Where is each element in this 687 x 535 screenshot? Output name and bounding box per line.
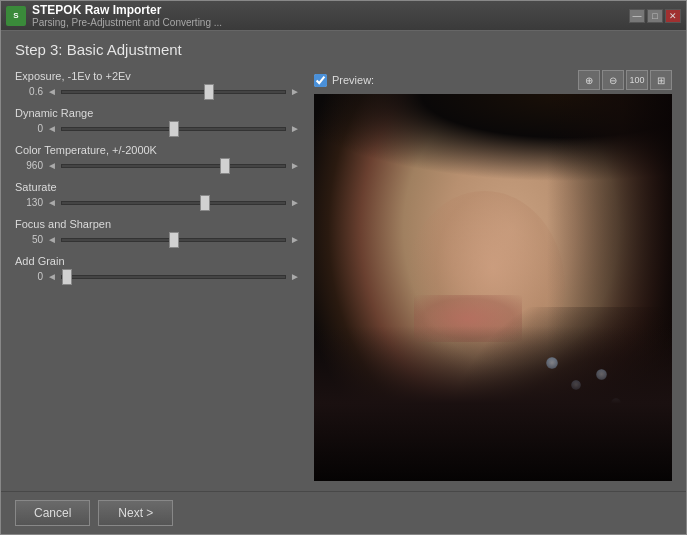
slider-label-focus_sharpen: Focus and Sharpen xyxy=(15,218,300,230)
zoom-in-button[interactable]: ⊕ xyxy=(578,70,600,90)
slider-input-saturate[interactable] xyxy=(61,201,286,205)
slider-right-arrow-add_grain[interactable]: ► xyxy=(290,271,300,282)
slider-row-exposure: 0.6◄► xyxy=(15,86,300,97)
slider-input-exposure[interactable] xyxy=(61,90,286,94)
preview-label-area: Preview: xyxy=(314,74,374,87)
slider-group-dynamic_range: Dynamic Range0◄► xyxy=(15,107,300,134)
footer-bar: Cancel Next > xyxy=(1,491,686,534)
close-button[interactable]: ✕ xyxy=(665,9,681,23)
slider-left-arrow-focus_sharpen[interactable]: ◄ xyxy=(47,234,57,245)
slider-row-saturate: 130◄► xyxy=(15,197,300,208)
sliders-container: Exposure, -1Ev to +2Ev0.6◄►Dynamic Range… xyxy=(15,70,300,282)
slider-label-saturate: Saturate xyxy=(15,181,300,193)
slider-left-arrow-saturate[interactable]: ◄ xyxy=(47,197,57,208)
zoom-out-button[interactable]: ⊖ xyxy=(602,70,624,90)
cancel-button[interactable]: Cancel xyxy=(15,500,90,526)
slider-left-arrow-exposure[interactable]: ◄ xyxy=(47,86,57,97)
slider-value-add_grain: 0 xyxy=(15,271,43,282)
slider-row-color_temp: 960◄► xyxy=(15,160,300,171)
app-logo: S xyxy=(6,6,26,26)
preview-panel: Preview: ⊕ ⊖ 100 ⊞ xyxy=(314,70,672,481)
preview-label: Preview: xyxy=(332,74,374,86)
slider-left-arrow-add_grain[interactable]: ◄ xyxy=(47,271,57,282)
slider-group-color_temp: Color Temperature, +/-2000K960◄► xyxy=(15,144,300,171)
content-area: Exposure, -1Ev to +2Ev0.6◄►Dynamic Range… xyxy=(15,70,672,481)
slider-input-color_temp[interactable] xyxy=(61,164,286,168)
slider-label-dynamic_range: Dynamic Range xyxy=(15,107,300,119)
slider-right-arrow-exposure[interactable]: ► xyxy=(290,86,300,97)
slider-group-add_grain: Add Grain0◄► xyxy=(15,255,300,282)
slider-label-add_grain: Add Grain xyxy=(15,255,300,267)
slider-value-dynamic_range: 0 xyxy=(15,123,43,134)
next-button[interactable]: Next > xyxy=(98,500,173,526)
minimize-button[interactable]: — xyxy=(629,9,645,23)
window-controls: — □ ✕ xyxy=(629,9,681,23)
controls-panel: Exposure, -1Ev to +2Ev0.6◄►Dynamic Range… xyxy=(15,70,300,481)
slider-value-color_temp: 960 xyxy=(15,160,43,171)
slider-value-focus_sharpen: 50 xyxy=(15,234,43,245)
slider-row-focus_sharpen: 50◄► xyxy=(15,234,300,245)
slider-group-focus_sharpen: Focus and Sharpen50◄► xyxy=(15,218,300,245)
slider-row-add_grain: 0◄► xyxy=(15,271,300,282)
preview-checkbox[interactable] xyxy=(314,74,327,87)
slider-group-exposure: Exposure, -1Ev to +2Ev0.6◄► xyxy=(15,70,300,97)
main-window: S STEPOK Raw Importer Parsing, Pre-Adjus… xyxy=(0,0,687,535)
slider-right-arrow-focus_sharpen[interactable]: ► xyxy=(290,234,300,245)
app-title: STEPOK Raw Importer xyxy=(32,3,629,17)
slider-group-saturate: Saturate130◄► xyxy=(15,181,300,208)
slider-right-arrow-saturate[interactable]: ► xyxy=(290,197,300,208)
slider-value-exposure: 0.6 xyxy=(15,86,43,97)
slider-row-dynamic_range: 0◄► xyxy=(15,123,300,134)
portrait-dark-bottom xyxy=(314,326,672,481)
preview-toolbar: ⊕ ⊖ 100 ⊞ xyxy=(578,70,672,90)
slider-label-color_temp: Color Temperature, +/-2000K xyxy=(15,144,300,156)
zoom-100-button[interactable]: 100 xyxy=(626,70,648,90)
slider-label-exposure: Exposure, -1Ev to +2Ev xyxy=(15,70,300,82)
step-title: Step 3: Basic Adjustment xyxy=(15,41,672,58)
main-content: Step 3: Basic Adjustment Exposure, -1Ev … xyxy=(1,31,686,491)
preview-header: Preview: ⊕ ⊖ 100 ⊞ xyxy=(314,70,672,90)
slider-right-arrow-dynamic_range[interactable]: ► xyxy=(290,123,300,134)
preview-image xyxy=(314,94,672,481)
title-bar: S STEPOK Raw Importer Parsing, Pre-Adjus… xyxy=(1,1,686,31)
title-bar-text: STEPOK Raw Importer Parsing, Pre-Adjustm… xyxy=(32,3,629,28)
slider-input-focus_sharpen[interactable] xyxy=(61,238,286,242)
app-subtitle: Parsing, Pre-Adjustment and Converting .… xyxy=(32,17,629,28)
slider-value-saturate: 130 xyxy=(15,197,43,208)
slider-input-dynamic_range[interactable] xyxy=(61,127,286,131)
slider-input-add_grain[interactable] xyxy=(61,275,286,279)
slider-left-arrow-color_temp[interactable]: ◄ xyxy=(47,160,57,171)
slider-right-arrow-color_temp[interactable]: ► xyxy=(290,160,300,171)
fit-button[interactable]: ⊞ xyxy=(650,70,672,90)
maximize-button[interactable]: □ xyxy=(647,9,663,23)
slider-left-arrow-dynamic_range[interactable]: ◄ xyxy=(47,123,57,134)
